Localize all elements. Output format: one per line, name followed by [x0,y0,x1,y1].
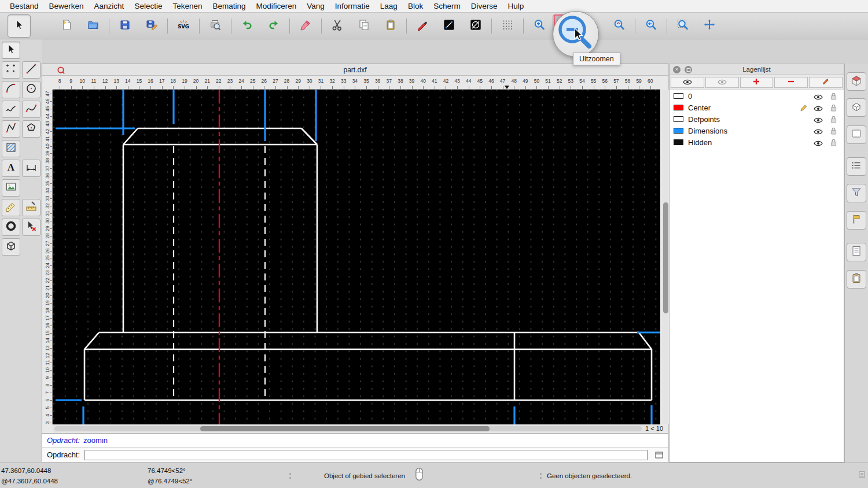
filter-panel-button[interactable] [847,184,866,202]
flag-panel-button[interactable] [847,211,866,230]
pan-button[interactable] [696,14,723,38]
drawing-line-white_solid[interactable] [639,332,652,349]
h-ruler-label: 32 [326,78,338,84]
copy-button[interactable] [351,14,377,38]
layer-row-center[interactable]: Center [670,102,844,113]
svg-export-button[interactable]: SVG [170,14,197,38]
edit-layer-button[interactable] [809,77,843,88]
dimension-tool[interactable] [22,160,41,177]
menu-hulp[interactable]: Hulp [502,2,529,10]
menu-scherm[interactable]: Scherm [428,2,466,10]
list-panel-button[interactable] [847,157,866,176]
new-file-button[interactable] [53,14,80,38]
menu-tekenen[interactable]: Tekenen [167,2,207,10]
select-tool[interactable] [2,42,20,59]
show-all-layers-button[interactable] [671,77,704,88]
hide-all-layers-button[interactable] [705,77,739,88]
point-tool[interactable] [2,61,20,79]
layer-lock-icon[interactable] [830,103,837,114]
zoom-auto-button[interactable] [579,14,606,38]
block-panel-button[interactable] [847,98,866,117]
layer-row-hidden[interactable]: Hidden [670,136,844,148]
drawing-line-white_solid[interactable] [84,332,99,349]
clipboard-panel-button[interactable] [847,270,866,289]
menu-bemating[interactable]: Bemating [207,2,251,10]
zoom-window-button[interactable] [670,14,696,38]
menu-diverse[interactable]: Diverse [466,2,503,10]
hatch-tool[interactable] [2,140,20,157]
circle-tool[interactable] [22,81,41,98]
line-tool[interactable] [22,61,41,79]
fill-attributes-button[interactable] [462,14,489,38]
box3d-tool[interactable] [2,238,20,256]
menu-informatie[interactable]: Informatie [330,2,375,10]
layer-lock-icon[interactable] [830,115,837,125]
h-ruler-label: 24 [236,78,247,84]
delete-button[interactable] [292,14,319,38]
menu-vang[interactable]: Vang [301,2,330,10]
zoom-previous-button[interactable] [638,14,664,38]
ruler-tool[interactable] [22,199,41,216]
close-panel-icon[interactable]: × [673,66,681,73]
notes-panel-button[interactable] [847,243,866,261]
horizontal-scrollbar-thumb[interactable] [200,426,490,431]
horizontal-scrollbar[interactable] [53,424,660,433]
layer-row-0[interactable]: 0 [670,90,844,102]
layer-lock-icon[interactable] [830,127,837,137]
text-tool[interactable]: A [2,160,20,177]
current-layer-pencil-icon [800,103,808,112]
menu-laag[interactable]: Laag [375,2,403,10]
deselect-tool[interactable] [22,219,41,236]
zoom-redraw-button[interactable] [606,14,632,38]
command-options-button[interactable] [653,450,664,460]
undo-button[interactable] [234,14,260,38]
cut-button[interactable] [324,14,351,38]
menu-aanzicht[interactable]: Aanzicht [89,2,130,10]
menu-selectie[interactable]: Selectie [129,2,167,10]
remove-layer-button[interactable] [774,77,808,88]
card-panel-button[interactable] [847,125,866,144]
spline-tool[interactable] [22,101,41,118]
save-as-button[interactable] [138,14,165,38]
save-button[interactable] [112,14,138,38]
layer-visibility-eye-icon[interactable] [814,139,823,149]
drawing-line-white_solid[interactable] [123,128,138,145]
menu-bestand[interactable]: Bestand [5,2,44,10]
zoom-in-button[interactable] [526,14,553,38]
vertical-scrollbar[interactable] [662,90,669,424]
current-layer-placeholder [800,115,808,123]
layer-row-defpoints[interactable]: Defpoints [670,113,844,125]
toolbar-separator [106,16,112,36]
vertical-scrollbar-thumb[interactable] [663,202,668,313]
print-preview-button[interactable] [202,14,229,38]
donut-tool[interactable] [2,219,20,236]
paste-button[interactable] [377,14,404,38]
detach-panel-icon[interactable] [685,66,692,73]
drawing-line-white_solid[interactable] [301,128,317,145]
drawing-canvas[interactable] [53,90,660,424]
layer-row-dimensions[interactable]: Dimensions [670,125,844,136]
measure-tool[interactable] [2,199,20,216]
menu-modificeren[interactable]: Modificeren [251,2,302,10]
command-history-label: Opdracht: [47,436,80,445]
menu-bewerken[interactable]: Bewerken [44,2,89,10]
command-input[interactable] [84,450,648,460]
image-tool[interactable] [2,179,20,197]
freehand-tool[interactable] [2,101,20,118]
line-attributes-button[interactable] [436,14,462,38]
add-layer-button[interactable] [740,77,774,88]
pen-button[interactable] [409,14,436,38]
select-cursor-button[interactable] [8,14,31,38]
polygon-tool[interactable] [22,120,41,138]
zoom-out-button[interactable] [553,14,579,38]
arc-tool[interactable] [2,81,20,98]
selection-status: Geen objecten geselecteerd. [547,472,632,479]
layer-lock-icon[interactable] [830,138,837,149]
redo-button[interactable] [260,14,287,38]
layer-lock-icon[interactable] [830,92,837,102]
view-cube-panel-button[interactable] [847,72,866,91]
polyline-tool[interactable] [2,120,20,138]
grid-button[interactable] [494,14,521,38]
open-file-button[interactable] [80,14,106,38]
menu-blok[interactable]: Blok [403,2,428,10]
